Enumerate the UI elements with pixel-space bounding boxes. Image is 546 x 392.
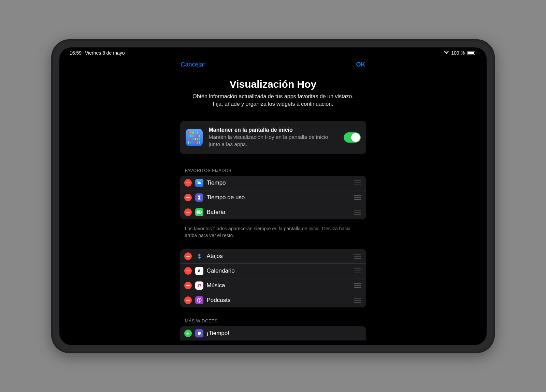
pinned-section-footer: Los favoritos fijados aparecerán siempre… bbox=[180, 223, 366, 239]
page-title: Visualización Hoy bbox=[180, 78, 366, 90]
keep-card-title: Mantener en la pantalla de inicio bbox=[209, 127, 337, 133]
pinned-list: Tiempo Tiempo de uso bbox=[180, 176, 366, 219]
ipad-device-frame: 16:59 Viernes 8 de mayo 100 % Cancelar O… bbox=[51, 39, 495, 353]
shortcuts-icon bbox=[195, 252, 203, 260]
favorites-list: Atajos 8 Calendario Música bbox=[180, 249, 366, 307]
list-item: Batería bbox=[180, 205, 366, 219]
row-label: Atajos bbox=[207, 253, 350, 260]
add-button[interactable] bbox=[184, 330, 192, 337]
page-subtitle: Obtén información actualizada de tus app… bbox=[180, 93, 366, 108]
cancel-button[interactable]: Cancelar bbox=[181, 61, 205, 68]
row-label: Batería bbox=[207, 209, 350, 216]
keep-on-home-toggle[interactable] bbox=[344, 132, 361, 143]
row-label: Calendario bbox=[207, 267, 350, 274]
more-widgets-header: MÁS WIDGETS bbox=[180, 318, 366, 326]
list-item: 8 Calendario bbox=[180, 264, 366, 278]
remove-button[interactable] bbox=[184, 194, 192, 201]
remove-button[interactable] bbox=[184, 179, 192, 187]
battery-icon bbox=[467, 51, 476, 55]
row-label: Podcasts bbox=[207, 297, 350, 304]
row-label: Tiempo de uso bbox=[207, 194, 350, 201]
svg-point-5 bbox=[198, 332, 201, 335]
svg-point-4 bbox=[199, 299, 200, 300]
list-item: Atajos bbox=[180, 249, 366, 264]
modal-nav: Cancelar OK bbox=[180, 60, 366, 68]
screen: 16:59 Viernes 8 de mayo 100 % Cancelar O… bbox=[59, 47, 487, 345]
keep-card-desc: Mantén la visualización Hoy en la pantal… bbox=[209, 134, 337, 148]
battery-app-icon bbox=[195, 208, 203, 216]
remove-button[interactable] bbox=[184, 252, 192, 260]
status-time: 16:59 bbox=[70, 50, 82, 56]
list-item: ¡Tiempo! bbox=[180, 326, 366, 340]
status-date: Viernes 8 de mayo bbox=[85, 50, 125, 56]
remove-button[interactable] bbox=[184, 296, 192, 304]
drag-handle-icon[interactable] bbox=[354, 268, 361, 273]
keep-on-home-card: Mantener en la pantalla de inicio Mantén… bbox=[180, 121, 366, 154]
drag-handle-icon[interactable] bbox=[354, 195, 361, 200]
hourglass-icon bbox=[195, 193, 203, 202]
pinned-section-header: FAVORITOS FIJADOS bbox=[180, 168, 366, 176]
row-label: ¡Tiempo! bbox=[207, 330, 361, 337]
drag-handle-icon[interactable] bbox=[354, 298, 361, 303]
weather-icon bbox=[195, 179, 203, 187]
remove-button[interactable] bbox=[184, 282, 192, 289]
row-label: Tiempo bbox=[207, 179, 350, 186]
tiempo-app-icon bbox=[195, 329, 203, 337]
drag-handle-icon[interactable] bbox=[354, 283, 361, 288]
today-view-icon bbox=[186, 129, 203, 146]
drag-handle-icon[interactable] bbox=[354, 180, 361, 185]
row-label: Música bbox=[207, 282, 350, 289]
battery-percent: 100 % bbox=[451, 50, 465, 56]
drag-handle-icon[interactable] bbox=[354, 210, 361, 215]
calendar-icon: 8 bbox=[195, 267, 203, 275]
remove-button[interactable] bbox=[184, 208, 192, 216]
list-item: Tiempo de uso bbox=[180, 190, 366, 205]
status-bar: 16:59 Viernes 8 de mayo 100 % bbox=[59, 47, 487, 56]
remove-button[interactable] bbox=[184, 267, 192, 275]
list-item: Música bbox=[180, 278, 366, 293]
svg-rect-2 bbox=[197, 211, 200, 213]
ok-button[interactable]: OK bbox=[356, 61, 365, 68]
svg-rect-1 bbox=[201, 212, 202, 213]
list-item: Tiempo bbox=[180, 176, 366, 190]
drag-handle-icon[interactable] bbox=[354, 254, 361, 259]
podcasts-icon bbox=[195, 296, 203, 304]
list-item: Podcasts bbox=[180, 293, 366, 307]
wifi-icon bbox=[444, 50, 449, 56]
music-icon bbox=[195, 281, 203, 290]
